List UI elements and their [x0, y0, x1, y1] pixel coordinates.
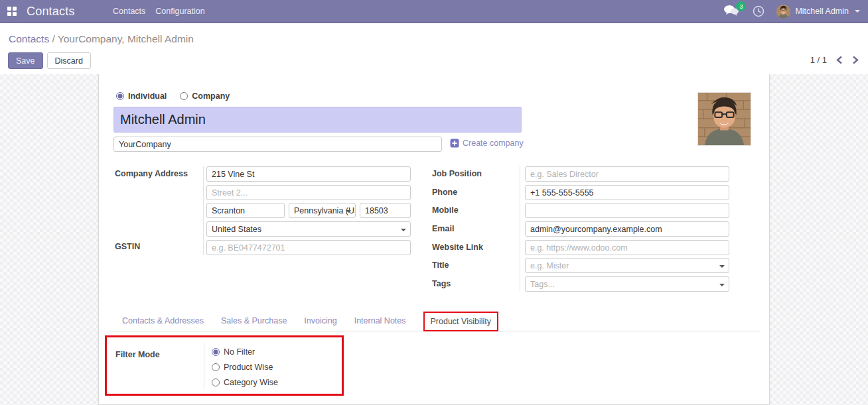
website-label: Website Link	[432, 243, 483, 252]
plus-square-icon	[450, 139, 459, 148]
navbar-menus: Contacts Configuration	[113, 4, 205, 19]
phone-input[interactable]	[525, 185, 729, 200]
pager-next-icon[interactable]	[852, 56, 859, 64]
pager-previous-icon[interactable]	[836, 56, 843, 64]
no-filter-label: No Filter	[224, 347, 255, 357]
city-input[interactable]	[206, 203, 285, 218]
individual-radio[interactable]	[116, 92, 124, 100]
street2-input[interactable]	[206, 185, 411, 200]
product-wise-radio[interactable]	[212, 363, 220, 371]
pager: 1 / 1	[810, 55, 859, 65]
user-avatar	[776, 5, 790, 19]
product-wise-label: Product Wise	[224, 363, 273, 372]
email-label: Email	[432, 224, 454, 233]
pager-count: 1 / 1	[810, 55, 827, 65]
company-radio[interactable]	[180, 92, 188, 100]
notebook-tabs: Contacts & Addresses Sales & Purchase In…	[107, 311, 760, 331]
company-name-input[interactable]	[113, 137, 442, 152]
individual-label: Individual	[128, 91, 167, 101]
activities-clock-icon[interactable]	[753, 5, 764, 17]
mobile-label: Mobile	[432, 205, 459, 215]
messages-count-badge: 3	[736, 1, 746, 11]
breadcrumb-contacts-link[interactable]: Contacts	[9, 33, 49, 44]
chevron-down-icon	[719, 265, 725, 268]
state-select[interactable]: Pennsylvania (US)	[289, 203, 356, 218]
phone-label: Phone	[432, 188, 457, 197]
country-select[interactable]: United States	[206, 221, 411, 237]
filter-group-separator	[204, 343, 204, 389]
apps-menu-icon[interactable]	[0, 0, 24, 23]
discard-button[interactable]: Discard	[47, 52, 91, 69]
tab-product-visibility[interactable]: Product Visibility	[423, 312, 498, 331]
mobile-input[interactable]	[525, 203, 729, 218]
save-button[interactable]: Save	[8, 52, 43, 69]
tab-sales-purchase[interactable]: Sales & Purchase	[221, 316, 287, 325]
tab-invoicing[interactable]: Invoicing	[304, 316, 336, 325]
title-label: Title	[432, 260, 449, 270]
category-wise-radio[interactable]	[212, 378, 220, 386]
messages-icon[interactable]: 3	[723, 4, 741, 19]
tab-internal-notes[interactable]: Internal Notes	[354, 316, 406, 325]
gstin-input[interactable]	[206, 240, 411, 255]
tab-contacts-addresses[interactable]: Contacts & Addresses	[122, 316, 204, 325]
chevron-down-icon	[855, 10, 860, 13]
no-filter-radio[interactable]	[212, 348, 220, 356]
filter-mode-options: No Filter Product Wise Category Wise	[212, 347, 278, 387]
top-navbar: Contacts Contacts Configuration 3	[0, 0, 868, 23]
job-position-input[interactable]	[525, 166, 729, 182]
menu-contacts[interactable]: Contacts	[113, 4, 145, 19]
contact-name-input[interactable]	[113, 107, 522, 133]
left-group-separator	[203, 166, 204, 255]
job-position-label: Job Position	[432, 169, 482, 178]
email-input[interactable]	[525, 221, 729, 237]
breadcrumb: Contacts / YourCompany, Mitchell Admin	[9, 33, 194, 45]
user-menu[interactable]: Mitchell Admin	[776, 5, 860, 19]
category-wise-label: Category Wise	[224, 378, 278, 387]
chevron-down-icon	[346, 210, 351, 213]
gstin-label: GSTIN	[115, 242, 140, 251]
zip-input[interactable]	[360, 203, 411, 218]
app-window: Contacts Contacts Configuration 3	[0, 0, 868, 405]
tags-select[interactable]: Tags...	[525, 276, 729, 292]
tags-label: Tags	[432, 279, 451, 288]
user-name: Mitchell Admin	[795, 7, 849, 16]
chevron-down-icon	[401, 229, 406, 231]
chevron-down-icon	[719, 284, 725, 286]
website-input[interactable]	[525, 240, 729, 255]
form-sheet: Individual Company Create company Compan…	[98, 74, 770, 405]
right-group-separator	[520, 166, 520, 292]
filter-mode-annotation-box: Filter Mode No Filter Product Wise Categ…	[105, 335, 344, 396]
company-type-selector: Individual Company	[116, 91, 230, 101]
app-title: Contacts	[27, 5, 75, 19]
contact-photo[interactable]	[697, 92, 751, 146]
company-address-label: Company Address	[115, 169, 188, 178]
filter-mode-label: Filter Mode	[115, 350, 160, 359]
create-company-link[interactable]: Create company	[450, 139, 524, 148]
company-label: Company	[192, 91, 230, 101]
menu-configuration[interactable]: Configuration	[155, 4, 204, 19]
street-input[interactable]	[206, 166, 411, 182]
title-select[interactable]: e.g. Mister	[525, 258, 729, 273]
control-panel: Contacts / YourCompany, Mitchell Admin S…	[0, 23, 868, 74]
